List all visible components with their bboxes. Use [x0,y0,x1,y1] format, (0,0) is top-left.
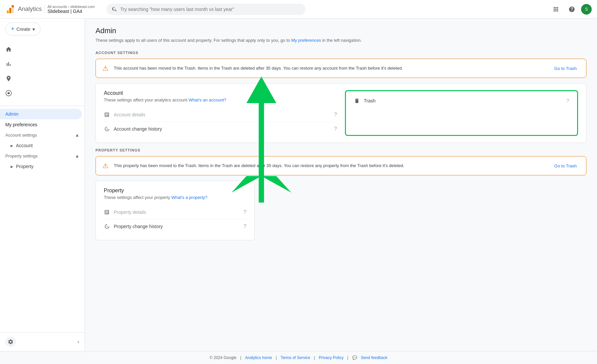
analytics-home-link[interactable]: Analytics home [245,355,272,360]
footer-separator-3: | [314,355,316,360]
property-card-subtitle-link[interactable]: What's a property? [171,195,208,200]
my-preferences-link[interactable]: My preferences [291,38,321,43]
property-warning-text: This property has been moved to the Tras… [114,162,546,169]
property-card-subtitle: These settings affect your property What… [104,195,246,200]
footer-separator-2: | [276,355,278,360]
footer-separator-1: | [240,355,242,360]
sidebar-sub-item-account[interactable]: Account [0,140,85,151]
account-go-to-trash-button[interactable]: Go to Trash [552,66,579,71]
account-warning-icon: ⚠ [102,64,108,72]
property-settings-chevron-up-icon: ▲ [75,153,79,158]
account-change-history-item[interactable]: Account change history ? [104,122,337,136]
account-change-history-help-icon[interactable]: ? [334,126,337,132]
plus-icon: + [11,26,15,32]
svg-point-5 [8,92,10,94]
settings-gear-button[interactable] [5,336,16,347]
property-history-icon [104,223,110,229]
sidebar-account-settings-group[interactable]: Account settings ▲ [0,130,85,140]
account-card-subtitle-text: These settings affect your analytics acc… [104,97,187,102]
account-details-item[interactable]: Account details ? [104,108,337,122]
property-details-help-icon[interactable]: ? [243,209,246,215]
sidebar-collapse-button[interactable]: ‹ [78,339,79,345]
account-card: Account These settings affect your analy… [96,83,586,143]
property-change-history-help-icon[interactable]: ? [243,223,246,229]
sidebar-nav [0,39,85,103]
account-warning-text: This account has been moved to the Trash… [114,65,546,72]
main-content: Admin These settings apply to all users … [85,19,597,351]
my-preferences-label: My preferences [5,122,37,127]
property-go-to-trash-button[interactable]: Go to Trash [552,163,579,168]
account-settings-chevron-up-icon: ▲ [75,133,79,138]
sidebar: + Create ▾ Admin [0,19,85,351]
dropdown-arrow-icon: ▾ [33,27,35,32]
sidebar-item-advertising[interactable] [0,86,85,100]
page-subtitle-text: These settings apply to all users of thi… [96,38,290,43]
account-info: All accounts › slidebeast.com Slidebeast… [47,5,95,14]
explore-icon [5,75,12,82]
svg-rect-0 [7,10,9,13]
trash-section: Trash ? [346,91,577,110]
breadcrumb: All accounts › slidebeast.com [47,5,95,9]
property-details-label: Property details [114,210,239,215]
avatar[interactable]: S [581,4,592,15]
gear-icon [8,339,14,345]
footer: © 2024 Google | Analytics home | Terms o… [0,351,597,364]
trash-label: Trash [364,98,563,103]
account-details-icon [104,112,110,118]
sidebar-top: + Create ▾ [0,19,85,39]
sidebar-divider [0,106,85,106]
account-sub-label: Account [16,143,33,148]
header-divider [44,5,45,13]
footer-separator-4: | [347,355,349,360]
property-change-history-item[interactable]: Property change history ? [104,219,246,233]
trash-item[interactable]: Trash ? [351,94,572,108]
property-settings-section-label: PROPERTY SETTINGS [96,148,586,152]
search-input[interactable] [120,7,300,12]
svg-point-3 [12,5,14,8]
sidebar-item-reports[interactable] [0,57,85,71]
sidebar-property-settings-group[interactable]: Property settings ▲ [0,151,85,161]
page-title: Admin [96,27,586,35]
trash-help-icon[interactable]: ? [566,98,569,103]
account-change-history-label: Account change history [114,126,330,132]
sidebar-item-my-preferences[interactable]: My preferences [0,119,82,130]
create-button[interactable]: + Create ▾ [5,23,40,35]
property-change-history-label: Property change history [114,224,239,229]
sidebar-item-home[interactable] [0,42,85,57]
help-button[interactable] [565,3,578,16]
property-details-item[interactable]: Property details ? [104,205,246,219]
property-name: Slidebeast | GA4 [47,9,95,14]
sidebar-bottom: ‹ [0,332,85,351]
property-warning-banner: ⚠ This property has been moved to the Tr… [96,156,586,175]
sidebar-item-admin[interactable]: Admin [0,109,82,119]
property-card: Property These settings affect your prop… [96,181,255,240]
page-subtitle-end: in the left navigation. [322,38,362,43]
search-bar[interactable] [106,4,305,15]
send-feedback-link[interactable]: Send feedback [361,355,387,360]
trash-icon [354,98,360,104]
property-warning-icon: ⚠ [102,162,108,170]
admin-label: Admin [5,111,19,117]
property-card-items: Property details ? Property change histo… [104,205,246,233]
account-details-help-icon[interactable]: ? [334,112,337,118]
sidebar-item-explore[interactable] [0,71,85,86]
header: Analytics All accounts › slidebeast.com … [0,0,597,19]
ga-logo-icon [5,4,15,14]
account-card-subtitle-link[interactable]: What's an account? [189,97,227,102]
account-card-grid: Account These settings affect your analy… [104,90,578,136]
feedback-icon: 💬 [352,355,357,360]
advertising-icon [5,90,12,96]
terms-of-service-link[interactable]: Terms of Service [281,355,310,360]
account-card-title: Account [104,90,337,96]
apps-button[interactable] [549,3,563,16]
property-details-icon [104,209,110,215]
account-settings-section-label: ACCOUNT SETTINGS [96,51,586,55]
property-card-title: Property [104,188,246,194]
copyright: © 2024 Google [210,355,236,360]
privacy-policy-link[interactable]: Privacy Policy [319,355,344,360]
property-card-subtitle-text: These settings affect your property [104,195,170,200]
svg-rect-1 [9,8,11,13]
account-history-icon [104,126,110,132]
search-icon [112,6,117,12]
sidebar-sub-item-property[interactable]: Property [0,161,85,172]
